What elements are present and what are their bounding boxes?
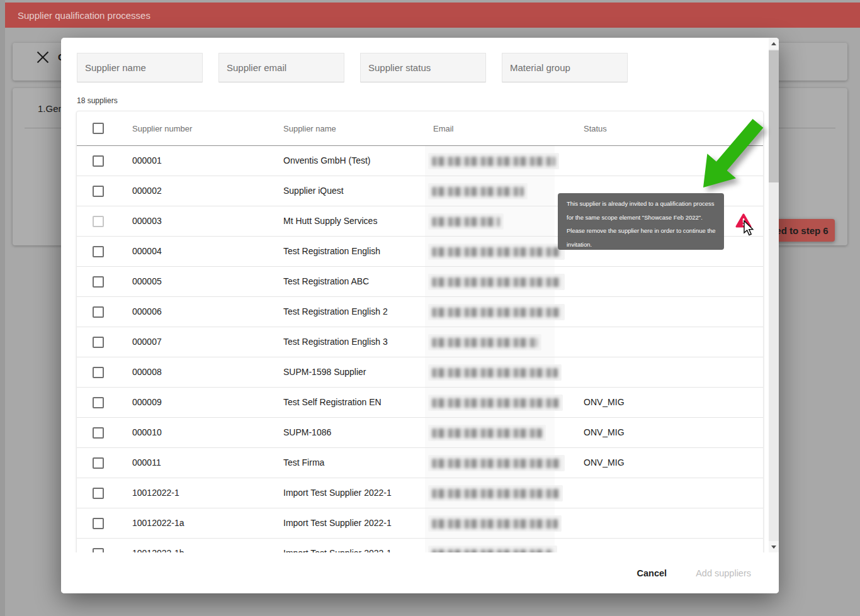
blurred-email-text: [432, 398, 559, 408]
cancel-button[interactable]: Cancel: [637, 568, 667, 578]
blurred-email-text: [432, 338, 538, 347]
supplier-number-cell: 000011: [132, 457, 161, 468]
dialog-footer: Cancel Add suppliers: [61, 552, 779, 593]
table-row: 000008SUPM-1598 Supplier: [77, 357, 763, 388]
email-redacted-cell: [428, 395, 563, 411]
row-checkbox[interactable]: [93, 457, 104, 469]
blurred-email-text: [432, 489, 559, 498]
status-cell: ONV_MIG: [584, 397, 625, 407]
supplier-name-cell: Test Registration English 3: [283, 337, 388, 347]
supplier-name-cell: SUPM-1086: [283, 427, 331, 437]
row-checkbox[interactable]: [93, 186, 104, 197]
row-checkbox[interactable]: [93, 427, 104, 439]
material-group-filter-input[interactable]: Material group: [502, 53, 628, 82]
email-redacted-cell: [428, 274, 565, 290]
supplier-name-cell: Test Registration English: [283, 246, 380, 256]
supplier-name-cell: Test Firma: [283, 457, 324, 468]
blurred-email-text: [432, 277, 561, 287]
supplier-name-filter-input[interactable]: Supplier name: [77, 53, 203, 82]
supplier-name-cell: Supplier iQuest: [283, 186, 344, 196]
email-redacted-cell: [428, 425, 546, 441]
supplier-name-cell: Import Test Supplier 2022-1: [283, 518, 392, 528]
supplier-number-cell: 000002: [132, 186, 162, 196]
supplier-name-cell: Onventis GmbH (Test): [283, 155, 370, 165]
supplier-number-cell: 000010: [132, 427, 162, 437]
row-checkbox[interactable]: [93, 548, 104, 553]
row-checkbox[interactable]: [93, 306, 104, 318]
screen: Supplier qualification processes Clo 1.G…: [0, 0, 860, 616]
scrollbar-up-arrow-icon[interactable]: [769, 38, 779, 49]
supplier-number-cell: 000003: [132, 216, 162, 226]
page-title: Supplier qualification processes: [18, 10, 150, 21]
table-row: 000006Test Registration English 2: [77, 297, 763, 327]
table-row: 000010SUPM-1086ONV_MIG: [77, 418, 763, 448]
supplier-number-cell: 10012022-1b: [132, 548, 184, 552]
table-row: 10012022-1bImport Test Supplier 2022-1: [77, 539, 763, 552]
table-row: 10012022-1Import Test Supplier 2022-1: [77, 478, 763, 508]
supplier-number-cell: 10012022-1: [132, 488, 179, 498]
supplier-count-label: 18 suppliers: [77, 96, 118, 105]
suppliers-table: Supplier number Supplier name Email Stat…: [76, 111, 764, 552]
supplier-number-cell: 000004: [132, 246, 162, 256]
supplier-status-filter-input[interactable]: Supplier status: [360, 53, 486, 82]
add-suppliers-dialog: Supplier name Supplier email Supplier st…: [61, 38, 779, 593]
email-redacted-cell: [428, 485, 563, 501]
mouse-cursor-icon: [743, 220, 757, 239]
blurred-email-text: [432, 247, 561, 257]
email-redacted-cell: [428, 455, 565, 471]
tooltip-line: Please remove the supplier here in order…: [567, 224, 715, 238]
email-redacted-cell: [428, 546, 557, 552]
supplier-email-filter-input[interactable]: Supplier email: [218, 53, 344, 82]
close-icon[interactable]: [37, 50, 49, 63]
table-row: 000011Test FirmaONV_MIG: [77, 448, 763, 478]
section-title: 1.Gen: [38, 103, 64, 114]
row-checkbox-disabled: [93, 216, 104, 227]
add-suppliers-button[interactable]: Add suppliers: [696, 568, 751, 578]
dialog-scroll-area: Supplier name Supplier email Supplier st…: [61, 38, 779, 552]
select-all-checkbox[interactable]: [93, 123, 104, 134]
email-redacted-cell: [428, 515, 562, 532]
scrollbar-down-arrow-icon[interactable]: [769, 541, 779, 552]
supplier-name-cell: Test Registration English 2: [283, 306, 388, 316]
column-header-supplier-number: Supplier number: [132, 124, 192, 133]
proceed-to-step-button[interactable]: ed to step 6: [769, 219, 835, 242]
supplier-number-cell: 000006: [132, 306, 162, 316]
supplier-number-cell: 000005: [132, 276, 162, 286]
blurred-email-text: [432, 368, 558, 378]
table-row: 000009Test Self Registration ENONV_MIG: [77, 388, 763, 418]
table-row: 000005Test Registration ABC: [77, 267, 763, 297]
supplier-number-cell: 000001: [132, 155, 162, 165]
row-checkbox[interactable]: [93, 337, 104, 348]
table-row: 000001Onventis GmbH (Test): [77, 146, 763, 176]
email-redacted-cell: [428, 183, 528, 199]
email-redacted-cell: [428, 213, 504, 230]
blurred-email-text: [432, 308, 561, 317]
supplier-number-cell: 000007: [132, 337, 162, 347]
table-header-row: Supplier number Supplier name Email Stat…: [77, 111, 763, 146]
supplier-name-cell: Test Registration ABC: [283, 276, 369, 286]
blurred-email-text: [432, 519, 558, 529]
column-header-supplier-name: Supplier name: [283, 124, 336, 133]
row-checkbox[interactable]: [93, 367, 104, 378]
table-row: 000007Test Registration English 3: [77, 327, 763, 357]
row-checkbox[interactable]: [93, 246, 104, 257]
row-checkbox[interactable]: [93, 397, 104, 408]
blurred-email-text: [432, 428, 542, 438]
column-header-status: Status: [584, 124, 607, 133]
supplier-name-cell: Test Self Registration EN: [283, 397, 382, 407]
row-checkbox[interactable]: [93, 518, 104, 529]
blurred-email-text: [432, 459, 561, 468]
row-checkbox[interactable]: [93, 488, 104, 499]
row-checkbox[interactable]: [93, 276, 104, 288]
status-cell: ONV_MIG: [584, 457, 625, 468]
row-checkbox[interactable]: [93, 155, 104, 167]
green-annotation-arrow: [680, 113, 781, 214]
email-redacted-cell: [428, 334, 541, 350]
supplier-name-cell: Import Test Supplier 2022-1: [283, 548, 392, 552]
supplier-name-cell: Import Test Supplier 2022-1: [283, 488, 392, 498]
supplier-name-cell: Mt Hutt Supply Services: [283, 216, 377, 226]
status-cell: ONV_MIG: [584, 427, 625, 437]
blurred-email-text: [432, 217, 500, 227]
supplier-name-cell: SUPM-1598 Supplier: [283, 367, 366, 377]
column-header-email: Email: [433, 124, 454, 133]
